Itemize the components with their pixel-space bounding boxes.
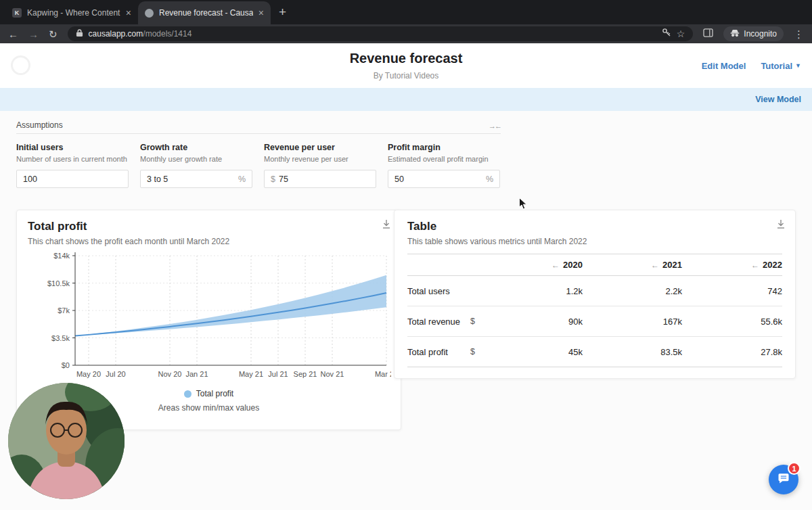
incognito-badge: Incognito <box>723 26 784 41</box>
cell-value: 83.5k <box>583 347 682 357</box>
input-value: 75 <box>279 175 288 184</box>
header-links: Edit Model Tutorial▼ <box>702 43 801 88</box>
close-tab-icon[interactable]: × <box>126 8 131 18</box>
chart-title: Total profit <box>28 220 390 233</box>
url-text: causalapp.com/models/1414 <box>89 29 192 39</box>
svg-text:Jul 20: Jul 20 <box>106 370 125 378</box>
field-profit-margin: Profit margin Estimated overall profit m… <box>388 143 500 188</box>
svg-text:Jan 21: Jan 21 <box>185 370 208 378</box>
field-growth-rate: Growth rate Monthly user growth rate 3 t… <box>140 143 252 188</box>
svg-text:Nov 20: Nov 20 <box>158 370 182 378</box>
browser-tab-causal[interactable]: Revenue forecast - Causal × <box>138 1 271 24</box>
field-name: Profit margin <box>388 143 500 152</box>
browser-navbar: ← → ↻ causalapp.com/models/1414 ☆ Incogn… <box>0 24 812 43</box>
view-model-link[interactable]: View Model <box>755 95 801 104</box>
mouse-cursor <box>518 197 528 213</box>
svg-text:May 20: May 20 <box>76 370 101 378</box>
edit-model-link[interactable]: Edit Model <box>702 61 746 71</box>
incognito-spy-icon <box>730 29 740 39</box>
download-icon[interactable] <box>382 219 391 232</box>
chat-unread-badge: 1 <box>788 462 800 475</box>
tab-title: Revenue forecast - Causal <box>159 8 253 18</box>
expand-left-icon[interactable]: ← <box>551 260 560 270</box>
table-row-total-profit: Total profit $ 45k 83.5k 27.8k <box>407 337 782 367</box>
row-unit: $ <box>470 317 488 326</box>
field-name: Growth rate <box>140 143 252 152</box>
row-unit: $ <box>470 347 488 356</box>
close-tab-icon[interactable]: × <box>258 8 264 18</box>
reload-icon[interactable]: ↻ <box>49 29 58 39</box>
input-value: 50 <box>394 175 404 184</box>
row-label: Total profit <box>407 347 470 357</box>
browser-tab-kapwing[interactable]: K Kapwing - Where Content Cre... × <box>5 1 138 24</box>
side-panel-icon[interactable] <box>703 28 713 40</box>
expand-left-icon[interactable]: ← <box>751 260 759 270</box>
browser-tabstrip: K Kapwing - Where Content Cre... × Reven… <box>0 0 812 24</box>
field-name: Initial users <box>16 143 129 152</box>
tutorial-dropdown[interactable]: Tutorial▼ <box>761 61 801 71</box>
cell-value: 45k <box>488 347 583 357</box>
table-header-row: ←2020 ←2021 ←2022 <box>407 254 782 276</box>
assumption-fields: Initial users Number of users in current… <box>16 143 501 188</box>
svg-text:$14k: $14k <box>53 252 70 260</box>
lock-icon[interactable] <box>76 28 83 40</box>
new-tab-button[interactable]: + <box>279 5 286 20</box>
webcam-overlay <box>8 383 125 499</box>
cell-value: 27.8k <box>682 347 782 357</box>
kapwing-favicon: K <box>12 8 22 18</box>
total-profit-chart[interactable]: $0$3.5k$7k$10.5k$14kMay 20Jul 20Nov 20Ja… <box>28 249 391 388</box>
table-card: Table This table shows various metrics u… <box>394 210 796 379</box>
column-header-2022[interactable]: ←2022 <box>682 260 782 270</box>
cell-value: 2.2k <box>583 286 682 296</box>
title-block: Revenue forecast By Tutorial Videos <box>0 51 812 80</box>
metrics-table: ←2020 ←2021 ←2022 Total users 1.2k 2.2k … <box>407 254 782 367</box>
initial-users-input[interactable]: 100 <box>16 170 129 188</box>
svg-text:$7k: $7k <box>58 306 70 315</box>
svg-text:May 21: May 21 <box>239 370 263 378</box>
legend-dot-icon <box>184 390 191 398</box>
page-subtitle: By Tutorial Videos <box>0 71 812 80</box>
cell-value: 90k <box>488 317 583 327</box>
bookmark-star-icon[interactable]: ☆ <box>677 29 685 39</box>
profit-margin-input[interactable]: 50 % <box>388 170 500 188</box>
chart-subtitle: This chart shows the profit each month u… <box>28 237 390 246</box>
svg-text:$0: $0 <box>62 361 70 369</box>
cell-value: 167k <box>583 317 682 327</box>
download-icon[interactable] <box>776 219 786 232</box>
chat-bubble-icon <box>777 471 790 488</box>
row-label: Total users <box>407 286 470 296</box>
cell-value: 742 <box>682 286 782 296</box>
svg-text:$10.5k: $10.5k <box>47 279 70 287</box>
screen: K Kapwing - Where Content Cre... × Reven… <box>0 0 812 510</box>
collapse-icon[interactable]: →← <box>489 122 501 130</box>
key-icon[interactable] <box>662 28 671 40</box>
causal-favicon <box>145 9 154 18</box>
field-description: Number of users in current month <box>16 155 129 163</box>
legend-label: Total profit <box>196 389 233 398</box>
column-header-2021[interactable]: ←2021 <box>583 260 682 270</box>
page-title: Revenue forecast <box>0 51 812 66</box>
field-name: Revenue per user <box>264 143 376 152</box>
svg-text:Mar 22: Mar 22 <box>375 370 391 378</box>
field-description: Monthly revenue per user <box>264 155 376 163</box>
back-icon[interactable]: ← <box>8 29 18 39</box>
cell-value: 1.2k <box>488 286 583 296</box>
incognito-label: Incognito <box>744 29 777 39</box>
forward-icon[interactable]: → <box>28 29 39 39</box>
url-bar[interactable]: causalapp.com/models/1414 ☆ <box>68 26 694 41</box>
chevron-down-icon: ▼ <box>795 62 801 69</box>
input-value: 100 <box>23 175 37 184</box>
expand-left-icon[interactable]: ← <box>651 260 659 270</box>
assumptions-label: Assumptions <box>16 120 63 130</box>
revenue-per-user-input[interactable]: $ 75 <box>264 170 376 188</box>
field-initial-users: Initial users Number of users in current… <box>16 143 129 188</box>
browser-menu-icon[interactable]: ⋮ <box>794 29 804 39</box>
view-model-banner: View Model <box>0 88 812 111</box>
table-subtitle: This table shows various metrics until M… <box>407 237 782 246</box>
svg-text:Sep 21: Sep 21 <box>294 370 317 378</box>
assumptions-section: Assumptions →← Initial users Number of u… <box>16 120 501 188</box>
column-header-2020[interactable]: ←2020 <box>488 260 583 270</box>
field-description: Monthly user growth rate <box>140 155 252 163</box>
table-row-total-revenue: Total revenue $ 90k 167k 55.6k <box>407 306 782 337</box>
growth-rate-input[interactable]: 3 to 5 % <box>140 170 252 188</box>
